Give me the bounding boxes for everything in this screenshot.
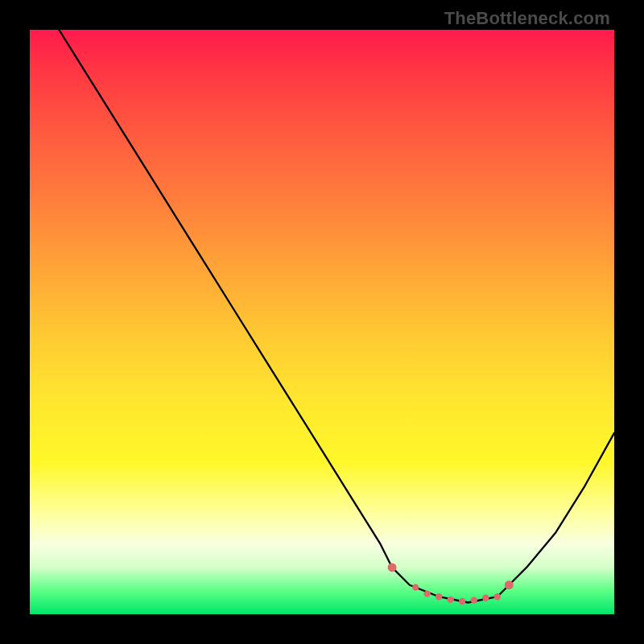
watermark-text: TheBottleneck.com <box>444 8 610 29</box>
plot-area <box>30 30 614 614</box>
highlight-dots <box>388 563 514 605</box>
highlight-dot <box>412 584 419 590</box>
highlight-dot <box>471 597 477 603</box>
highlight-dot <box>448 597 454 603</box>
curve-svg <box>30 30 614 614</box>
highlight-dot <box>436 593 442 600</box>
chart-container: TheBottleneck.com <box>0 0 644 644</box>
highlight-dot <box>459 598 465 605</box>
highlight-dot <box>482 595 489 601</box>
highlight-dot <box>494 593 501 600</box>
highlight-dot <box>388 563 397 572</box>
bottleneck-curve <box>59 30 614 603</box>
highlight-dot <box>424 590 431 597</box>
highlight-dot <box>505 580 514 589</box>
